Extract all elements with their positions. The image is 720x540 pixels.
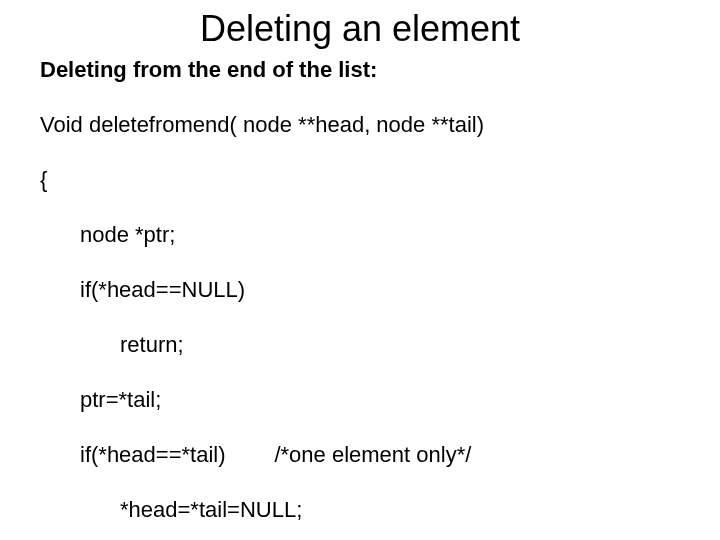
code-line: { [40,166,680,194]
code-line: if(*head==*tail) /*one element only*/ [40,441,680,469]
slide-title: Deleting an element [40,8,680,50]
code-line: if(*head==NULL) [40,276,680,304]
slide: Deleting an element Deleting from the en… [0,0,720,540]
slide-subtitle: Deleting from the end of the list: [40,56,680,84]
code-line: return; [40,331,680,359]
code-block: Void deletefromend( node **head, node **… [40,84,680,541]
code-line: Void deletefromend( node **head, node **… [40,111,680,139]
code-line: ptr=*tail; [40,386,680,414]
code-line: *head=*tail=NULL; [40,496,680,524]
code-line: node *ptr; [40,221,680,249]
